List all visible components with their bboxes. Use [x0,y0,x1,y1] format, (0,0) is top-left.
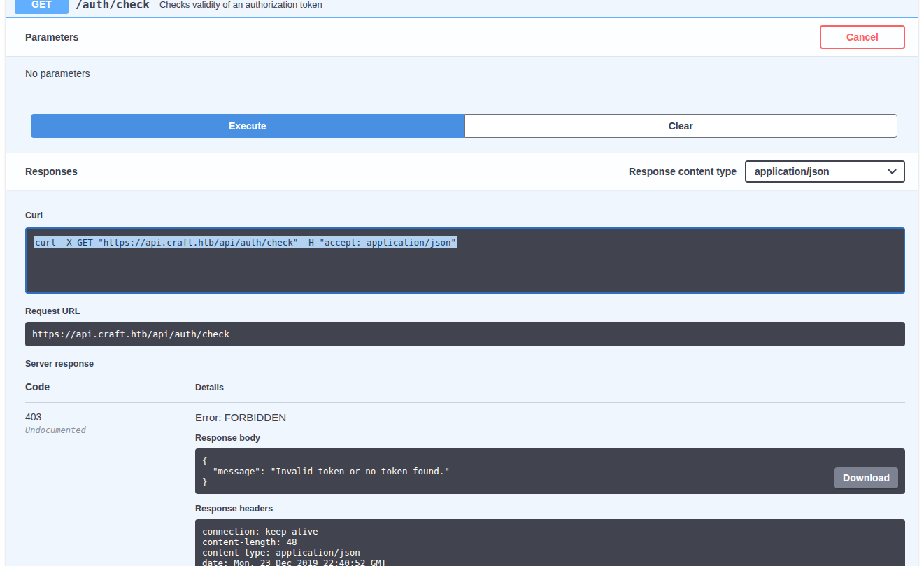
response-body-line: "message": "Invalid token or no token fo… [202,466,898,476]
response-body-line: } [202,476,898,487]
clear-button[interactable]: Clear [464,114,898,138]
parameters-body: No parameters Execute Clear [6,56,918,153]
http-method-badge: GET [15,0,69,14]
curl-command-box[interactable]: curl -X GET "https://api.craft.htb/api/a… [25,227,905,294]
content-type-select[interactable]: application/json [745,160,905,183]
operation-summary[interactable]: GET /auth/check Checks validity of an au… [6,0,918,18]
endpoint-path[interactable]: /auth/check [76,0,150,11]
response-header-line: date: Mon, 23 Dec 2019 22:40:52 GMT [202,558,898,566]
responses-body: Curl curl -X GET "https://api.craft.htb/… [6,190,918,566]
response-body-label: Response body [195,433,905,443]
response-headers-label: Response headers [195,504,905,514]
response-header-line: connection: keep-alive [202,526,898,537]
response-body-block: { "message": "Invalid token or no token … [195,448,905,494]
parameters-header: Parameters Cancel [6,18,918,56]
responses-header: Responses Response content type applicat… [6,153,918,190]
cancel-button[interactable]: Cancel [820,25,905,49]
execute-button[interactable]: Execute [31,114,464,138]
operation-block: GET /auth/check Checks validity of an au… [6,0,918,566]
response-code-cell: 403 Undocumented [25,403,195,566]
code-column-header: Code [25,376,195,403]
execute-row: Execute Clear [31,114,897,138]
no-parameters-text: No parameters [25,68,905,79]
content-type-selected-value: application/json [755,166,830,177]
curl-label: Curl [25,211,905,220]
response-details-cell: Error: FORBIDDEN Response body { "messag… [195,403,905,566]
response-status-code: 403 [25,411,195,423]
download-button[interactable]: Download [834,467,898,488]
response-headers-block: connection: keep-alive content-length: 4… [195,519,905,566]
endpoint-description: Checks validity of an authorization toke… [159,0,322,10]
request-url-label: Request URL [25,306,905,316]
response-content-type-control: Response content type application/json [629,160,905,183]
curl-command-text: curl -X GET "https://api.craft.htb/api/a… [34,236,457,248]
error-text: Error: FORBIDDEN [195,411,905,423]
chevron-down-icon [888,165,897,174]
response-body-line: { [202,455,898,466]
server-response-table: Code Details 403 Undocumented Error: FOR… [25,376,905,566]
response-header-line: content-type: application/json [202,547,898,558]
details-column-header: Details [195,377,905,403]
response-content-type-label: Response content type [629,166,737,177]
server-response-label: Server response [25,359,905,369]
response-header-line: content-length: 48 [202,537,898,547]
undocumented-note: Undocumented [25,425,195,435]
responses-title: Responses [25,166,78,177]
parameters-title: Parameters [25,31,78,43]
request-url-value: https://api.craft.htb/api/auth/check [25,322,905,346]
